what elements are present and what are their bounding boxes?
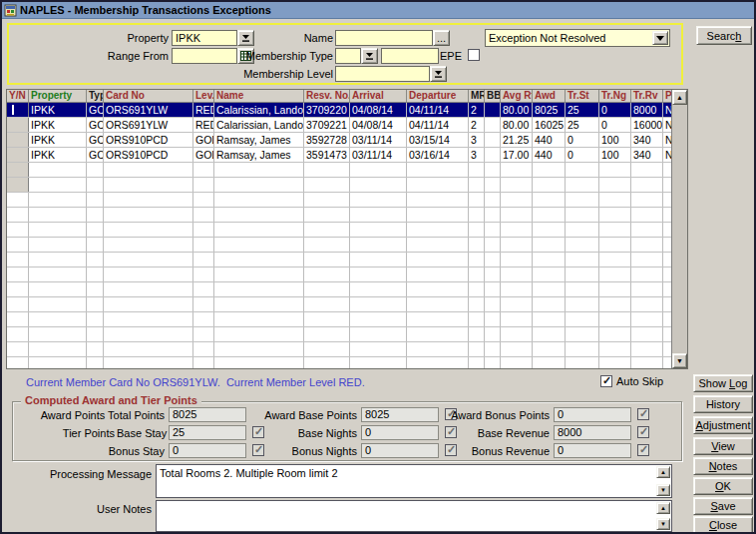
title-bar[interactable]: NAPLES - Membership Transactions Excepti…: [2, 2, 754, 19]
notes-button[interactable]: Notes: [693, 457, 753, 475]
table-cell: [485, 342, 501, 356]
table-scrollbar[interactable]: [671, 90, 687, 368]
table-row[interactable]: IPKKGCORS691YLWREDCalarissian, Lando3709…: [7, 118, 671, 133]
table-cell: [350, 282, 407, 296]
table-cell: Ramsay, James: [214, 148, 304, 162]
show-log-button[interactable]: Show Log: [693, 374, 753, 392]
award-bonus-points-checkbox[interactable]: [637, 408, 649, 420]
table-cell: [469, 327, 485, 341]
membership-type-code-field[interactable]: [335, 48, 361, 64]
table-cell: [485, 118, 501, 132]
close-button[interactable]: Close: [693, 516, 753, 534]
scroll-down-icon[interactable]: [672, 353, 687, 368]
auto-skip-checkbox[interactable]: [600, 375, 612, 387]
bonus-stay-field[interactable]: 0: [169, 443, 246, 458]
scroll-up-icon[interactable]: [656, 466, 670, 478]
base-revenue-label: Base Revenue: [432, 426, 550, 440]
award-base-points-field[interactable]: 8025: [361, 407, 439, 422]
table-cell: [501, 208, 533, 222]
table-cell: [87, 163, 104, 177]
bonus-revenue-field[interactable]: 0: [554, 443, 631, 458]
record-indicator: [7, 238, 29, 252]
table-cell: 80.00: [501, 103, 533, 117]
table-cell: [501, 178, 533, 192]
table-cell: [407, 312, 469, 326]
scroll-down-icon[interactable]: [656, 484, 670, 496]
table-row[interactable]: IPKKGCORS910PCDGOLDRamsay, James35914730…: [7, 148, 671, 163]
scroll-up-icon[interactable]: [656, 502, 670, 514]
column-header-departure: Departure: [407, 90, 469, 102]
property-field[interactable]: IPKK: [172, 30, 237, 46]
table-cell: [87, 282, 104, 296]
name-field[interactable]: [335, 30, 433, 46]
award-points-total-field[interactable]: 8025: [169, 407, 246, 422]
table-cell: [599, 223, 631, 237]
chevron-down-icon: [656, 36, 664, 41]
history-button[interactable]: History: [693, 395, 753, 413]
table-cell: [501, 253, 533, 267]
table-cell: 340: [631, 133, 663, 147]
exception-status-arrow-button[interactable]: [652, 31, 668, 45]
base-nights-field[interactable]: 0: [361, 425, 439, 440]
scroll-up-icon[interactable]: [672, 90, 687, 105]
name-browse-button[interactable]: ...: [433, 30, 450, 46]
table-cell: IPKK: [29, 133, 87, 147]
table-cell: IPKK: [29, 103, 87, 117]
membership-level-dropdown-button[interactable]: [430, 66, 447, 82]
award-base-points-label: Award Base Points: [242, 408, 357, 422]
search-button[interactable]: Search: [696, 26, 752, 45]
table-cell: [485, 163, 501, 177]
table-cell: [304, 223, 350, 237]
adjustment-button[interactable]: Adjustment: [693, 416, 753, 434]
table-cell: 03/15/14: [407, 133, 469, 147]
table-cell: [407, 253, 469, 267]
scroll-down-icon[interactable]: [656, 518, 670, 530]
table-cell: [214, 342, 304, 356]
table-row[interactable]: IPKKGCORS691YLWREDCalarissian, Lando3709…: [7, 103, 671, 118]
base-revenue-field[interactable]: 8000: [554, 425, 631, 440]
table-cell: [469, 357, 485, 368]
table-cell: [104, 357, 193, 368]
table-cell: 25: [566, 103, 599, 117]
table-cell: [193, 357, 214, 368]
current-member-status: Current Member Card No ORS691YLW. Curren…: [26, 376, 365, 388]
award-bonus-points-field[interactable]: 0: [554, 407, 631, 422]
table-cell: [304, 282, 350, 296]
base-nights-label: Base Nights: [242, 426, 357, 440]
table-cell: [304, 193, 350, 207]
table-cell: 8000: [631, 103, 663, 117]
membership-level-field[interactable]: [335, 66, 430, 82]
view-button[interactable]: View: [693, 437, 753, 455]
table-cell: 3709220: [304, 103, 350, 117]
table-cell: [29, 208, 87, 222]
user-notes-field[interactable]: [156, 500, 672, 532]
column-header-resv-no: Resv. No.: [304, 90, 350, 102]
ok-button[interactable]: OK: [693, 477, 753, 495]
table-cell: [304, 267, 350, 281]
base-stay-field[interactable]: 25: [169, 425, 246, 440]
bonus-revenue-checkbox[interactable]: [637, 444, 649, 456]
table-cell: [104, 267, 193, 281]
bonus-nights-field[interactable]: 0: [361, 443, 439, 458]
membership-type-field[interactable]: [381, 48, 439, 64]
table-cell: [104, 253, 193, 267]
column-header-bb: BB: [485, 90, 501, 102]
membership-type-dropdown-button[interactable]: [361, 48, 378, 64]
table-cell: Ramsay, James: [214, 133, 304, 147]
base-revenue-checkbox[interactable]: [637, 426, 649, 438]
table-row[interactable]: IPKKGCORS910PCDGOLDRamsay, James35927280…: [7, 133, 671, 148]
table-cell: N: [663, 133, 671, 147]
column-header-lev: Lev.: [193, 90, 214, 102]
table-cell: [104, 238, 193, 252]
save-button[interactable]: Save: [693, 497, 753, 515]
table-cell: [566, 297, 599, 311]
exception-status-select[interactable]: Exception Not Resolved: [485, 29, 670, 47]
table-row: [7, 163, 671, 178]
epe-checkbox[interactable]: [468, 49, 480, 61]
table-cell: [304, 357, 350, 368]
table-cell: [350, 238, 407, 252]
table-cell: 04/11/14: [407, 118, 469, 132]
processing-message-field[interactable]: Total Rooms 2. Multiple Room limit 2: [156, 464, 672, 498]
table-cell: [407, 297, 469, 311]
table-cell: [501, 297, 533, 311]
